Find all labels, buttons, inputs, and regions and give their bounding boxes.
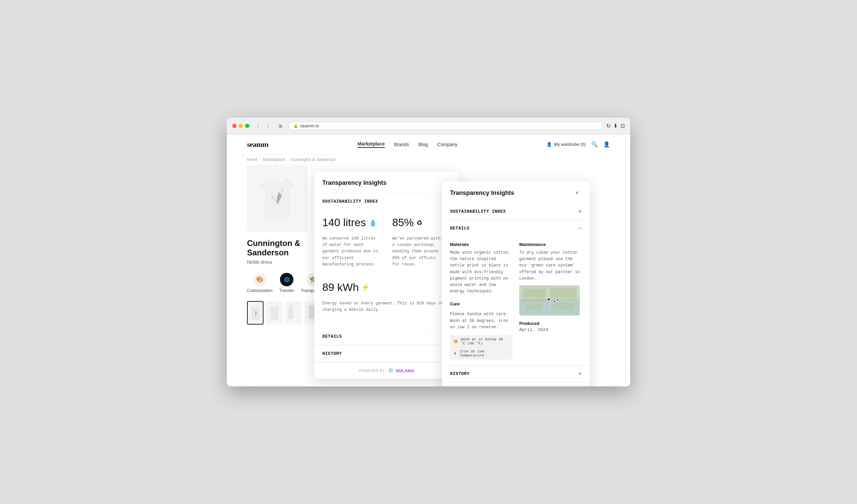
nav-link-company[interactable]: Company <box>437 142 457 147</box>
svg-point-12 <box>557 299 559 301</box>
account-button[interactable]: 👤 <box>603 141 610 148</box>
solana-logo-back: SOLANA <box>387 367 414 374</box>
site-logo[interactable]: seamm <box>247 140 268 149</box>
site-nav: seamm Marketplace Brands Blog Company 👤 … <box>227 134 630 154</box>
sustainability-title-front: Sustainability Index <box>450 209 506 214</box>
stat-water-value: 140 litres 💧 <box>322 216 381 229</box>
history-section-header-front[interactable]: History + <box>442 366 590 382</box>
stat-energy-desc: Energy saved on every garment. This is 9… <box>322 300 445 313</box>
breadcrumb-home[interactable]: Home <box>247 157 258 162</box>
materials-text: Made with organic cotton, the nature ins… <box>450 250 512 295</box>
nav-link-marketplace[interactable]: Marketplace <box>357 141 385 148</box>
nav-link-brands[interactable]: Brands <box>394 142 409 147</box>
sustainability-title-back: Sustainability Index <box>322 199 378 204</box>
produced-section: Produced April, 2024 <box>519 321 582 332</box>
details-section-front: Details − Materials Made with organic co… <box>442 220 590 365</box>
panel-front-close-button[interactable]: × <box>572 188 582 198</box>
product-option-customization[interactable]: 🎨 Customization <box>247 273 272 293</box>
traffic-lights <box>232 124 249 128</box>
recycle-icon: ♻ <box>416 219 422 227</box>
history-section-back: History + <box>314 345 459 362</box>
care-item-wash: 🧺 Wash at or below 30 °C (86 °F) <box>450 335 512 348</box>
forward-button[interactable]: › <box>264 122 272 130</box>
solana-icon-back <box>387 367 394 374</box>
thumbnail-2[interactable] <box>266 301 283 324</box>
lock-icon: 🔒 <box>293 124 298 128</box>
product-option-transfer[interactable]: 🌐 Transfer <box>279 273 294 293</box>
iron-icon: 🌡 <box>453 351 457 355</box>
map-svg <box>519 285 580 316</box>
customization-label: Customization <box>247 288 272 293</box>
panel-back-footer: POWERED BY <box>314 362 459 379</box>
sustainability-section-back: Sustainability Index − 140 litres 💧 We c… <box>314 193 459 328</box>
search-button[interactable]: 🔍 <box>591 141 598 148</box>
reload-button[interactable]: ↻ <box>606 123 611 129</box>
stat-energy: 89 kWh ⚡ Energy saved on every garment. … <box>322 274 451 320</box>
thumbnail-1[interactable] <box>247 301 264 324</box>
materials-col: Materials Made with organic cotton, the … <box>450 242 512 359</box>
care-items: Care Please handle with care. Wash at 30… <box>450 301 512 359</box>
details-grid: Materials Made with organic cotton, the … <box>450 242 582 359</box>
browser-content: seamm Marketplace Brands Blog Company 👤 … <box>227 134 630 386</box>
url-bar[interactable]: 🔒 seamm.io <box>289 122 602 130</box>
url-text: seamm.io <box>300 123 319 128</box>
user-icon: 👤 <box>547 142 552 147</box>
svg-point-11 <box>554 300 556 302</box>
close-window-button[interactable] <box>232 124 237 128</box>
main-area: Cunnington & Sanderson Nettle dress 🎨 Cu… <box>227 165 630 386</box>
transparency-panel-back: Transparency Insights × Sustainability I… <box>314 171 459 379</box>
stat-recycling: 85% ♻ We've partnered with a London work… <box>386 210 451 274</box>
minimize-window-button[interactable] <box>239 124 243 128</box>
powered-text-back: POWERED BY <box>359 369 385 373</box>
maintenance-col: Maintenance To dry clean your cotton gar… <box>519 242 582 359</box>
browser-window: ‹ › ⊞ 🔒 seamm.io ↻ ⬇ ⊡ seamm Marketplace… <box>227 118 630 386</box>
wash-label: Wash at or below 30 °C (86 °F) <box>461 337 509 346</box>
stat-energy-value: 89 kWh ⚡ <box>322 281 445 294</box>
transfer-icon: 🌐 <box>280 273 293 286</box>
history-section-front: History + <box>442 365 590 382</box>
map-preview <box>519 285 580 316</box>
stat-water: 140 litres 💧 We conserve 140 litres of w… <box>322 210 386 274</box>
details-section-header-back[interactable]: Details + <box>314 328 459 345</box>
product-image-svg <box>257 175 298 222</box>
sidebar-toggle-button[interactable]: ⊞ <box>276 122 285 130</box>
stat-water-desc: We conserve 140 litres of water for each… <box>322 236 381 268</box>
nav-links: Marketplace Brands Blog Company <box>357 141 457 148</box>
download-button[interactable]: ⬇ <box>614 123 618 129</box>
breadcrumb-marketplace[interactable]: Marketplace <box>263 157 285 162</box>
browser-titlebar: ‹ › ⊞ 🔒 seamm.io ↻ ⬇ ⊡ <box>227 118 630 134</box>
wardrobe-label: My wardrobe (0) <box>554 142 586 147</box>
transparency-panel-front: Transparency Insights × Sustainability I… <box>442 182 590 386</box>
svg-rect-5 <box>553 302 573 310</box>
panel-back-header: Transparency Insights × <box>314 171 459 193</box>
water-icon: 💧 <box>369 219 377 227</box>
solana-text-back: SOLANA <box>396 368 414 373</box>
wardrobe-button[interactable]: 👤 My wardrobe (0) <box>547 142 586 147</box>
back-button[interactable]: ‹ <box>253 122 262 130</box>
svg-point-10 <box>548 298 550 301</box>
history-title-back: History <box>322 351 342 356</box>
panels-area: Transparency Insights × Sustainability I… <box>294 165 630 386</box>
details-content-front: Materials Made with organic cotton, the … <box>442 237 590 365</box>
history-expand-icon-front: + <box>578 370 582 377</box>
care-text: Please handle with care. Wash at 30 degr… <box>450 311 512 331</box>
history-section-header-back[interactable]: History + <box>314 346 459 362</box>
details-section-back: Details + <box>314 328 459 345</box>
sustainability-section-header-front[interactable]: Sustainability Index + <box>442 203 590 220</box>
produced-date: April, 2024 <box>519 327 582 332</box>
transfer-label: Transfer <box>279 288 294 293</box>
nav-actions: 👤 My wardrobe (0) 🔍 👤 <box>547 141 610 148</box>
details-section-header-front[interactable]: Details − <box>442 220 590 237</box>
care-item-iron: 🌡 Iron at low temperature <box>450 348 512 359</box>
nav-buttons: ‹ › <box>253 122 272 130</box>
maintenance-text: To dry clean your cotton garment please … <box>519 250 582 282</box>
fullscreen-button[interactable]: ⊡ <box>620 123 625 129</box>
nav-link-blog[interactable]: Blog <box>418 142 428 147</box>
sustainability-section-front: Sustainability Index + <box>442 203 590 220</box>
iron-label: Iron at low temperature <box>460 350 509 357</box>
maintenance-title: Maintenance <box>519 242 582 247</box>
maximize-window-button[interactable] <box>245 124 249 128</box>
stat-recycling-value: 85% ♻ <box>392 216 445 229</box>
sustainability-section-header-back[interactable]: Sustainability Index − <box>314 193 459 210</box>
details-title-front: Details <box>450 226 470 231</box>
